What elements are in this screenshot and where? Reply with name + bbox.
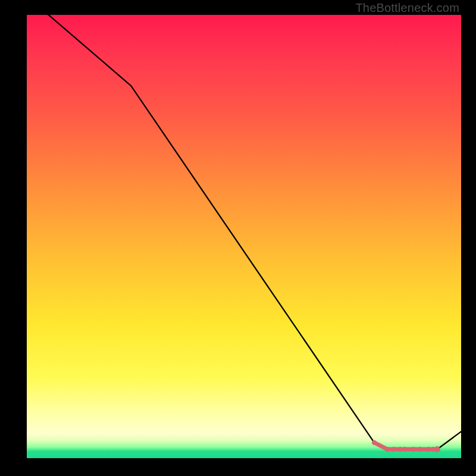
data-line (27, 2, 461, 450)
plot-overlay (27, 15, 461, 458)
marker-dot-end (434, 446, 440, 452)
marker-dot (392, 447, 396, 452)
watermark-text: TheBottleneck.com (355, 1, 459, 15)
marker-dot (385, 447, 390, 452)
marker-dot (402, 447, 407, 452)
marker-dot (426, 447, 431, 452)
marker-dot (417, 447, 422, 452)
marker-dot (411, 447, 416, 452)
chart-frame: TheBottleneck.com (0, 0, 476, 476)
data-line-group (27, 2, 461, 450)
marker-dot (372, 440, 377, 445)
marker-group (372, 440, 440, 452)
marker-dot (398, 447, 403, 452)
